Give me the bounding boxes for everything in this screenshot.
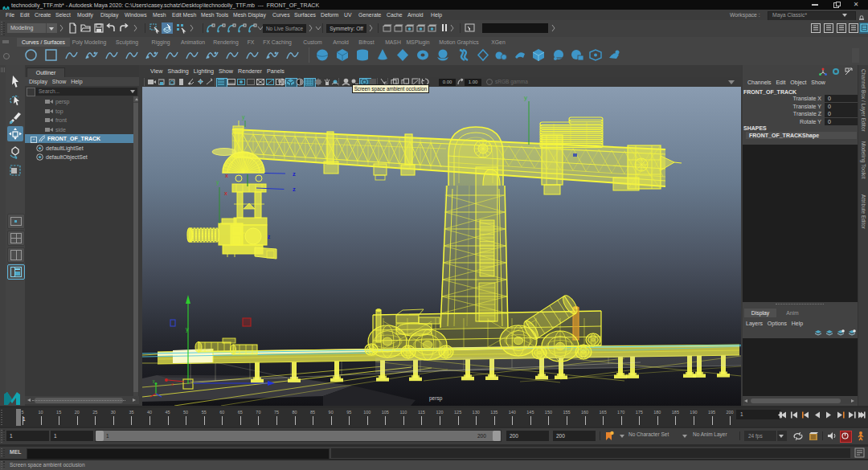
svg-text:z: z [293,170,296,178]
svg-text:y: y [242,114,245,121]
svg-text:persp: persp [429,395,443,402]
svg-text:x: x [225,173,228,178]
svg-text:y: y [186,326,189,333]
svg-text:y: y [216,179,219,186]
svg-text:x: x [171,382,174,386]
svg-text:y: y [524,94,527,101]
svg-text:x: x [224,190,227,196]
svg-text:z: z [293,186,296,193]
